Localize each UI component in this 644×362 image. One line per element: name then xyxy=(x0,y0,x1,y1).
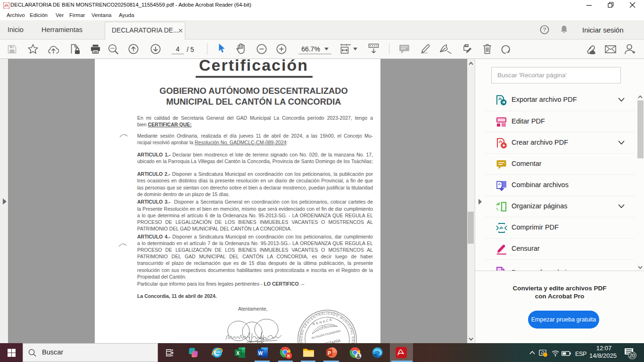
svg-text:RENACE: RENACE xyxy=(312,318,333,326)
svg-text:K: K xyxy=(287,354,290,358)
svg-text:P: P xyxy=(328,350,331,356)
svg-text:ALCALDÍA CIUDADANA: ALCALDÍA CIUDADANA xyxy=(311,329,341,339)
svg-text:SECRETARÍA: SECRETARÍA xyxy=(315,338,341,343)
svg-text:X: X xyxy=(236,350,239,356)
svg-text:W: W xyxy=(258,350,263,356)
svg-text:?: ? xyxy=(543,27,546,33)
